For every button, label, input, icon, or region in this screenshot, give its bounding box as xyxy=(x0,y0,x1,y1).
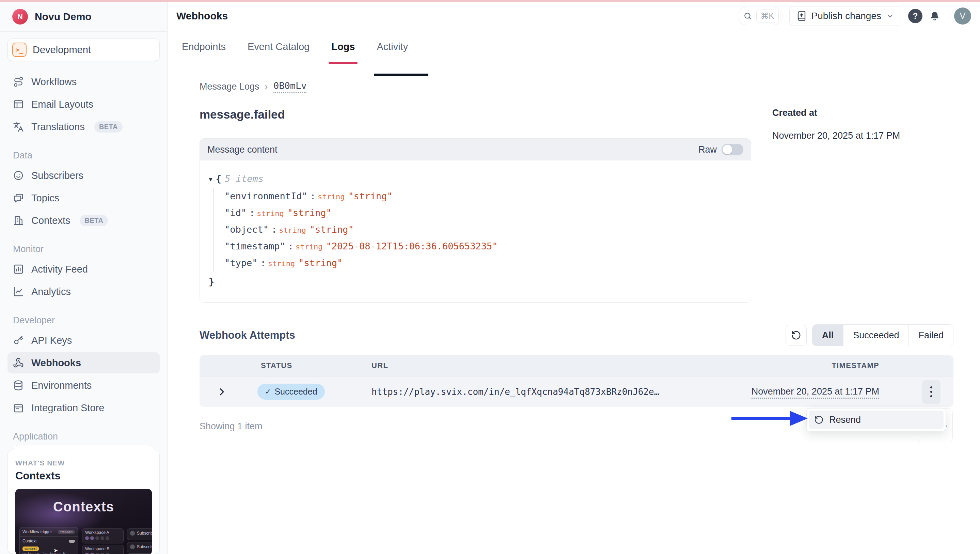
rotate-ccw-icon xyxy=(791,330,801,340)
sidebar-item-contexts[interactable]: Contexts BETA xyxy=(8,210,160,231)
filter-succeeded[interactable]: Succeeded xyxy=(843,325,908,346)
whats-new-promo-image[interactable]: Contexts Workflow triggerTRIGGER Context… xyxy=(15,489,152,554)
sidebar-item-subscribers[interactable]: Subscribers xyxy=(8,165,160,186)
promo-workspace-a-label: Workspace A xyxy=(85,530,109,535)
user-avatar[interactable]: V xyxy=(954,8,971,24)
raw-toggle-group: Raw xyxy=(698,144,743,155)
publish-changes-label: Publish changes xyxy=(811,11,881,21)
sidebar-item-email-layouts[interactable]: Email Layouts xyxy=(8,94,160,115)
resend-menu-item-label: Resend xyxy=(829,415,861,425)
breadcrumb-current-id[interactable]: 0B0mLv xyxy=(274,80,307,93)
url-column-header: URL xyxy=(372,361,705,370)
sidebar-divider xyxy=(0,31,167,32)
sidebar-item-api-keys[interactable]: API Keys xyxy=(8,330,160,351)
help-button[interactable]: ? xyxy=(908,9,923,23)
attempts-table: STATUS URL TIMESTAMP ✓ Succeeded xyxy=(200,355,953,407)
row-expander-button[interactable] xyxy=(216,387,227,397)
main-header: Webhooks ⌘K Publish changes ? V xyxy=(167,2,980,30)
breadcrumb: Message Logs › 0B0mLv xyxy=(200,80,953,93)
promo-subscriber-label: Subscriber xyxy=(137,531,152,536)
sidebar-section-developer: Developer xyxy=(8,315,160,326)
filter-all[interactable]: All xyxy=(813,325,843,346)
raw-toggle[interactable] xyxy=(722,144,743,155)
breadcrumb-parent[interactable]: Message Logs xyxy=(200,81,259,92)
workflow-icon xyxy=(13,76,24,87)
created-at-label: Created at xyxy=(772,108,900,118)
promo-workspace-b-label: Workspace B xyxy=(85,546,109,551)
status-badge-label: Succeeded xyxy=(274,387,317,397)
sidebar-item-analytics[interactable]: Analytics xyxy=(8,281,160,302)
promo-workflow-panel: Workflow triggerTRIGGER Context context … xyxy=(19,527,78,554)
org-avatar: N xyxy=(12,9,28,24)
sidebar-section-monitor: Monitor xyxy=(8,244,160,254)
sidebar-item-webhooks[interactable]: Webhooks xyxy=(8,352,160,374)
publish-changes-button[interactable]: Publish changes xyxy=(789,6,901,26)
tab-event-catalog[interactable]: Event Catalog xyxy=(248,30,310,64)
header-actions: ⌘K Publish changes ? V xyxy=(738,6,972,26)
sidebar-section-data: Data xyxy=(8,150,160,161)
promo-subscriber-panel: Subscriber xyxy=(127,528,152,540)
sidebar-item-label: Subscribers xyxy=(31,170,83,181)
search-shortcut-kbd: ⌘K xyxy=(756,10,779,22)
book-up-icon xyxy=(797,11,807,21)
json-field-object: "object":string"string" xyxy=(224,222,742,238)
tab-endpoints[interactable]: Endpoints xyxy=(182,30,226,64)
sidebar-item-label: Email Layouts xyxy=(31,99,93,110)
tab-logs[interactable]: Logs xyxy=(331,30,355,64)
whats-new-stack: WHAT'S NEW Contexts Contexts Workflow tr… xyxy=(8,445,160,554)
promo-title: Contexts xyxy=(15,499,152,514)
close-brace: } xyxy=(209,275,742,289)
promo-context-label: Context xyxy=(22,539,37,543)
sidebar-item-integration-store[interactable]: Integration Store xyxy=(8,397,160,418)
beta-badge: BETA xyxy=(80,215,108,226)
message-content-card-header: Message content Raw xyxy=(200,139,751,160)
promo-subscriber-label: Subscriber xyxy=(137,544,152,549)
sidebar-item-label: Webhooks xyxy=(31,358,81,369)
status-column-header: STATUS xyxy=(244,361,372,370)
whats-new-card[interactable]: WHAT'S NEW Contexts Contexts Workflow tr… xyxy=(8,450,160,554)
sidebar-item-label: Environments xyxy=(31,380,92,391)
sidebar-item-label: Integration Store xyxy=(31,402,104,414)
promo-toggle xyxy=(69,540,75,543)
promo-trigger-chip: TRIGGER xyxy=(58,530,75,534)
detail-left-column: message.failed Message content Raw ▼ xyxy=(200,108,751,303)
json-field-type: "type":string"string" xyxy=(224,255,742,271)
search-button[interactable]: ⌘K xyxy=(738,7,783,25)
resend-menu-item[interactable]: Resend xyxy=(809,410,943,429)
json-field-environmentId: "environmentId":string"string" xyxy=(224,188,742,205)
attempt-timestamp-link[interactable]: November 20, 2025 at 1:17 PM xyxy=(751,386,879,399)
search-icon xyxy=(743,11,752,21)
refresh-button[interactable] xyxy=(786,325,807,346)
bell-icon[interactable] xyxy=(929,11,940,21)
webhook-attempts-title: Webhook Attempts xyxy=(200,329,295,342)
detail-columns: message.failed Message content Raw ▼ xyxy=(200,108,953,303)
check-icon: ✓ xyxy=(265,387,271,396)
attempt-url-link[interactable]: https://play.svix.com/in/e_lqfXqcna94aTq… xyxy=(372,387,659,397)
sidebar-item-activity-feed[interactable]: Activity Feed xyxy=(8,259,160,280)
sidebar-item-workflows[interactable]: Workflows xyxy=(8,71,160,92)
row-actions-kebab-button[interactable] xyxy=(922,380,940,404)
sidebar-item-environments[interactable]: Environments xyxy=(8,375,160,396)
sidebar-item-topics[interactable]: Topics xyxy=(8,187,160,209)
sidebar-nav: Workflows Email Layouts Translations BET… xyxy=(8,71,160,468)
key-icon xyxy=(13,335,24,346)
collapse-triangle-icon[interactable]: ▼ xyxy=(209,176,213,183)
environment-selector[interactable]: >_ Development xyxy=(8,38,160,61)
layout-icon xyxy=(13,99,24,110)
sidebar-item-label: API Keys xyxy=(31,335,72,346)
chat-icon xyxy=(13,193,24,203)
sidebar-item-translations[interactable]: Translations BETA xyxy=(8,116,160,137)
environment-label: Development xyxy=(33,44,91,56)
sidebar-item-label: Contexts xyxy=(31,215,70,226)
promo-workflow-trigger-label: Workflow trigger xyxy=(22,530,52,534)
filter-failed[interactable]: Failed xyxy=(908,325,953,346)
message-content-title: Message content xyxy=(207,144,277,155)
scrollbar-thumb[interactable] xyxy=(374,73,428,76)
tab-activity[interactable]: Activity xyxy=(377,30,408,64)
attempts-controls: All Succeeded Failed xyxy=(786,324,953,346)
open-brace: { xyxy=(216,173,221,184)
avatar-letter: V xyxy=(959,11,966,21)
org-switcher[interactable]: N Novu Demo xyxy=(8,2,160,31)
webhook-attempts-header: Webhook Attempts All Succeeded Failed xyxy=(200,324,953,346)
org-name: Novu Demo xyxy=(35,11,92,22)
